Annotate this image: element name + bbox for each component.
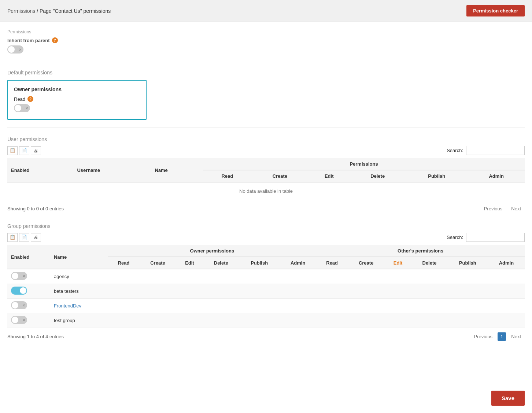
permissions-section-label: Permissions (7, 29, 525, 34)
read-label: Read ? (14, 96, 140, 102)
g-th-owner-read: Read (108, 257, 140, 269)
group-permission-cell (348, 284, 384, 299)
group-permission-cell (316, 284, 348, 299)
read-help-icon[interactable]: ? (27, 96, 33, 102)
group-permission-cell (280, 284, 316, 299)
group-search-area: Search: (447, 233, 525, 242)
th-permissions: Permissions (203, 158, 525, 170)
default-permissions-section: Default permissions Owner permissions Re… (7, 70, 525, 128)
group-permission-cell (203, 299, 239, 313)
group-permission-cell (348, 299, 384, 313)
default-permissions-title: Default permissions (7, 70, 525, 75)
group-permission-cell (280, 299, 316, 313)
group-table-row: beta testers (7, 284, 525, 299)
user-permissions-title: User permissions (7, 136, 525, 142)
user-search-area: Search: (447, 146, 525, 155)
group-permissions-title: Group permissions (7, 223, 525, 229)
breadcrumb-current: Page "Contact Us" permissions (40, 8, 111, 14)
group-permission-cell (447, 284, 488, 299)
group-permission-cell (348, 269, 384, 284)
group-permission-cell (384, 299, 411, 313)
permission-checker-button[interactable]: Permission checker (466, 5, 525, 16)
group-page-1-btn[interactable]: 1 (498, 332, 506, 341)
user-export-csv-btn[interactable]: 📋 (7, 146, 18, 155)
inherit-text: Inherit from parent (7, 38, 50, 43)
user-table-footer: Showing 0 to 0 of 0 entries Previous Nex… (7, 203, 525, 214)
group-table-row: ✕agency (7, 269, 525, 284)
group-permission-cell (348, 313, 384, 328)
group-permission-cell (411, 284, 447, 299)
group-permission-cell (316, 313, 348, 328)
group-toggle-1[interactable]: ✕ (11, 272, 27, 280)
inherit-toggle[interactable]: ✕ (7, 45, 23, 54)
group-permission-cell (108, 284, 140, 299)
group-table-footer: Showing 1 to 4 of 4 entries Previous 1 N… (7, 331, 525, 342)
group-name-cell: test group (50, 313, 108, 328)
inherit-section: Inherit from parent ? ✕ (7, 37, 525, 62)
group-permission-cell (411, 313, 447, 328)
th-delete: Delete (350, 170, 405, 182)
group-permission-cell (488, 284, 525, 299)
group-permission-cell (203, 313, 239, 328)
user-next-btn[interactable]: Next (507, 204, 525, 213)
user-table-icons: 📋 📄 🖨 (7, 146, 41, 155)
group-permission-cell (239, 299, 280, 313)
group-pagination: Previous 1 Next (470, 332, 525, 341)
user-table-toolbar: 📋 📄 🖨 Search: (7, 146, 525, 155)
group-permission-cell (384, 313, 411, 328)
group-name-link[interactable]: FrontendDev (54, 303, 81, 309)
group-toggle-3[interactable]: ✕ (11, 301, 27, 309)
group-table-toolbar: 📋 📄 🖨 Search: (7, 233, 525, 242)
user-search-input[interactable] (466, 146, 525, 155)
save-button[interactable]: Save (491, 391, 525, 406)
g-th-other-edit: Edit (384, 257, 411, 269)
th-create: Create (252, 170, 309, 182)
group-permission-cell (488, 299, 525, 313)
user-permissions-table: Enabled Username Name Permissions Read C… (7, 158, 525, 200)
owner-permissions-title: Owner permissions (14, 86, 140, 92)
user-print-btn[interactable]: 🖨 (31, 146, 41, 155)
group-search-label: Search: (447, 235, 463, 240)
group-permission-cell (108, 313, 140, 328)
breadcrumb-link[interactable]: Permissions (7, 8, 35, 14)
group-export-excel-btn[interactable]: 📄 (19, 233, 29, 242)
inherit-toggle-knob (8, 46, 15, 53)
group-previous-btn[interactable]: Previous (470, 332, 496, 341)
group-permissions-section: Group permissions 📋 📄 🖨 Search: Enabled … (7, 223, 525, 342)
group-permission-cell (176, 269, 203, 284)
user-no-data-row: No data available in table (7, 182, 525, 200)
group-permissions-table: Enabled Name Owner permissions Other's p… (7, 245, 525, 328)
read-toggle[interactable]: ✕ (14, 104, 30, 112)
group-permission-cell (447, 299, 488, 313)
group-name-cell: beta testers (50, 284, 108, 299)
group-toggle-2[interactable] (11, 287, 27, 295)
g-th-owner-delete: Delete (203, 257, 239, 269)
group-permission-cell (139, 284, 176, 299)
group-search-input[interactable] (466, 233, 525, 242)
g-th-other-publish: Publish (447, 257, 488, 269)
group-permission-cell (447, 269, 488, 284)
g-th-other-admin: Admin (488, 257, 525, 269)
g-th-others-permissions: Other's permissions (316, 245, 525, 257)
g-th-other-create: Create (348, 257, 384, 269)
inherit-help-icon[interactable]: ? (52, 37, 58, 43)
group-permission-cell (139, 313, 176, 328)
group-permission-cell (176, 299, 203, 313)
group-print-btn[interactable]: 🖨 (31, 233, 41, 242)
user-no-data-cell: No data available in table (7, 182, 525, 200)
group-next-btn[interactable]: Next (507, 332, 525, 341)
read-toggle-x: ✕ (25, 106, 28, 110)
group-permission-cell (139, 269, 176, 284)
group-permission-cell (176, 313, 203, 328)
group-toggle-4[interactable]: ✕ (11, 316, 27, 324)
user-export-excel-btn[interactable]: 📄 (19, 146, 29, 155)
group-export-csv-btn[interactable]: 📋 (7, 233, 18, 242)
group-table-row: ✕test group (7, 313, 525, 328)
g-th-name: Name (50, 245, 108, 269)
th-edit: Edit (308, 170, 350, 182)
g-th-enabled: Enabled (7, 245, 50, 269)
user-previous-btn[interactable]: Previous (480, 204, 506, 213)
inherit-toggle-x: ✕ (19, 48, 22, 52)
th-name: Name (151, 158, 203, 182)
g-th-other-delete: Delete (411, 257, 447, 269)
